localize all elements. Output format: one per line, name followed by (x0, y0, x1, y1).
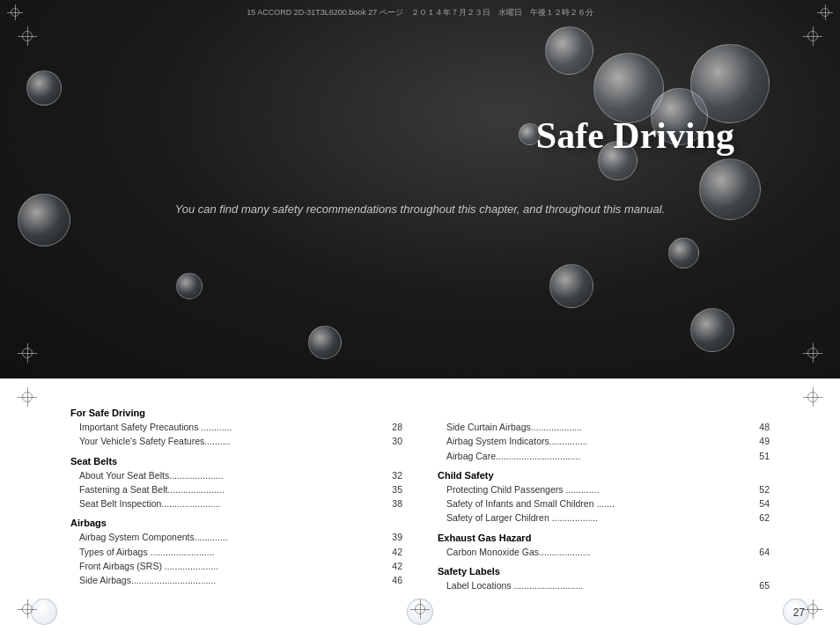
toc-page-number: 65 (756, 578, 770, 592)
crosshair-icon (817, 4, 833, 20)
content-crosshair-bl (18, 599, 37, 619)
toc-item-text: Side Airbags............................… (79, 573, 389, 587)
toc-page-number: 48 (756, 420, 770, 434)
bubble-decoration (690, 44, 770, 123)
bubble-decoration (690, 308, 734, 352)
content-crosshair-br (803, 599, 822, 619)
content-section: For Safe Driving Important Safety Precau… (0, 378, 840, 632)
toc-section-airbags-continued: - Side Curtain Airbags..................… (438, 408, 770, 463)
page-title: Safe Driving (536, 114, 734, 157)
toc-section-title: Airbags (70, 518, 402, 528)
bubble-decoration (26, 70, 62, 106)
toc-item-text: Types of Airbags .......................… (79, 545, 389, 559)
toc-item: Seat Belt Inspection....................… (70, 496, 402, 511)
toc-page-number: 51 (756, 449, 770, 463)
toc-page-number: 64 (756, 545, 770, 559)
toc-item: Safety of Larger Children ..............… (438, 511, 770, 525)
toc-item-text: Carbon Monoxide Gas.................... (446, 545, 756, 559)
toc-page-number: 42 (389, 545, 402, 559)
bubble-decoration (549, 264, 593, 308)
toc-item: About Your Seat Belts...................… (70, 468, 402, 482)
toc-item-text: Important Safety Precautions ...........… (79, 420, 389, 434)
toc-page-number: 35 (389, 482, 402, 496)
toc-item: Airbag System Indicators............... … (438, 434, 770, 448)
toc-item-text: Airbag System Indicators............... (446, 434, 756, 448)
page-container: 15 ACCORD 2D-31T3L6200.book 27 ページ ２０１４年… (0, 0, 840, 632)
bubble-decoration (176, 273, 203, 299)
toc-section-title: Safety Labels (438, 566, 770, 577)
toc-item-text: Protecting Child Passengers ............… (446, 482, 756, 496)
header-bar-text: 15 ACCORD 2D-31T3L6200.book 27 ページ ２０１４年… (23, 7, 817, 18)
bubble-decoration (545, 26, 593, 75)
toc-item-text: Airbag Care.............................… (446, 449, 756, 463)
toc-section-seat-belts: Seat Belts About Your Seat Belts........… (70, 456, 402, 511)
hero-section: 15 ACCORD 2D-31T3L6200.book 27 ページ ２０１４年… (0, 0, 840, 378)
toc-item: Safety of Infants and Small Children ...… (438, 496, 770, 511)
content-crosshair-bc (410, 599, 430, 619)
toc-section-title: Seat Belts (70, 456, 402, 467)
toc-section-title: For Safe Driving (70, 408, 402, 418)
bubble-decoration (668, 238, 699, 268)
corner-crosshair-bl (18, 343, 37, 363)
header-bar: 15 ACCORD 2D-31T3L6200.book 27 ページ ２０１４年… (0, 0, 840, 25)
crosshair-icon (7, 4, 23, 20)
bubble-decoration (18, 194, 70, 246)
corner-crosshair-br (803, 343, 822, 363)
toc-item-text: Side Curtain Airbags.................... (446, 420, 756, 434)
toc-left-column: For Safe Driving Important Safety Precau… (70, 401, 402, 592)
content-crosshair-tl (18, 387, 37, 407)
toc-item-text: About Your Seat Belts...................… (79, 468, 389, 482)
toc-section-title: Child Safety (438, 470, 770, 481)
bubble-decoration (308, 326, 342, 359)
toc-page-number: 42 (389, 559, 402, 573)
toc-section-safety-labels: Safety Labels Label Locations ..........… (438, 566, 770, 592)
toc-item: Types of Airbags .......................… (70, 545, 402, 559)
toc-right-column: - Side Curtain Airbags..................… (438, 401, 770, 592)
toc-item: Airbag Care.............................… (438, 449, 770, 463)
toc-item: Your Vehicle's Safety Features..........… (70, 434, 402, 448)
toc-section-exhaust-gas: Exhaust Gas Hazard Carbon Monoxide Gas..… (438, 533, 770, 559)
toc-page-number: 46 (389, 573, 402, 587)
toc-item-text: Fastening a Seat Belt...................… (79, 482, 389, 496)
toc-page-number: 38 (389, 496, 402, 511)
toc-page-number: 39 (389, 530, 402, 544)
toc-section-airbags: Airbags Airbag System Components........… (70, 518, 402, 587)
hero-subtitle: You can find many safety recommendations… (0, 202, 840, 216)
toc-page-number: 54 (756, 496, 770, 511)
content-crosshair-tr (803, 387, 822, 407)
corner-crosshair-tr (803, 26, 822, 46)
toc-item: Important Safety Precautions ...........… (70, 420, 402, 434)
toc-item: Protecting Child Passengers ............… (438, 482, 770, 496)
toc-item-airbag-system-components: Airbag System Components............. 39 (70, 530, 402, 544)
toc-section-child-safety: Child Safety Protecting Child Passengers… (438, 470, 770, 525)
toc-page-number: 32 (389, 468, 402, 482)
toc-page-number: 62 (756, 511, 770, 525)
toc-item-text: Safety of Larger Children ..............… (446, 511, 756, 525)
toc-page-number: 30 (389, 434, 402, 448)
toc-item: Front Airbags (SRS) ....................… (70, 559, 402, 573)
toc-item: Carbon Monoxide Gas.................... … (438, 545, 770, 559)
toc-item: Fastening a Seat Belt...................… (70, 482, 402, 496)
toc-section-for-safe-driving: For Safe Driving Important Safety Precau… (70, 408, 402, 449)
toc-item: Label Locations ........................… (438, 578, 770, 592)
toc-item-text: Front Airbags (SRS) ....................… (79, 559, 389, 573)
toc-item-text: Your Vehicle's Safety Features.......... (79, 434, 389, 448)
toc-section-title: Exhaust Gas Hazard (438, 533, 770, 543)
toc-item-text: Airbag System Components............. (79, 530, 389, 544)
toc-item: Side Curtain Airbags....................… (438, 420, 770, 434)
toc-item-text: Seat Belt Inspection....................… (79, 496, 389, 511)
toc-page-number: 49 (756, 434, 770, 448)
toc-item: Side Airbags............................… (70, 573, 402, 587)
toc-page-number: 28 (389, 420, 402, 434)
toc-container: For Safe Driving Important Safety Precau… (70, 396, 770, 592)
corner-crosshair-tl (18, 26, 37, 46)
toc-item-text: Label Locations ........................… (446, 578, 756, 592)
toc-item-text: Safety of Infants and Small Children ...… (446, 496, 756, 511)
toc-page-number: 52 (756, 482, 770, 496)
